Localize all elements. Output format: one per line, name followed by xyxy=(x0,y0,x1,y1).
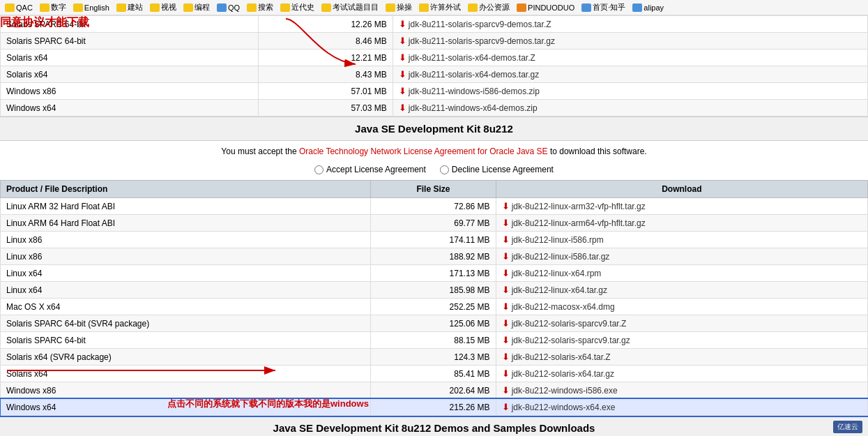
table-row[interactable]: Solaris x64 (SVR4 package) 124.3 MB ⬇jdk… xyxy=(1,349,868,366)
download-link[interactable]: ⬇ jdk-8u211-solaris-sparcv9-demos.tar.Z xyxy=(399,19,862,29)
download-link[interactable]: ⬇jdk-8u212-solaris-sparcv9.tar.gz xyxy=(502,335,862,345)
section1-radio-accept[interactable] xyxy=(314,165,323,174)
table-row[interactable]: Linux x86 174.11 MB ⬇jdk-8u212-linux-i58… xyxy=(1,232,868,248)
table-row[interactable]: Solaris x64 12.21 MB ⬇ jdk-8u211-solaris… xyxy=(1,50,868,66)
download-cell[interactable]: ⬇jdk-8u212-macosx-x64.dmg xyxy=(496,299,867,315)
section1-radio-decline[interactable] xyxy=(440,165,449,174)
file-name: jdk-8u212-solaris-x64.tar.gz xyxy=(512,369,614,379)
bookmark-biancheng[interactable]: 编程 xyxy=(181,1,212,13)
table-row[interactable]: Windows x86 57.01 MB ⬇ jdk-8u211-windows… xyxy=(1,83,868,100)
section1-license-text: You must accept the Oracle Technology Ne… xyxy=(0,141,868,162)
download-cell[interactable]: ⬇jdk-8u212-windows-i586.exe xyxy=(496,382,867,399)
page-wrapper[interactable]: Solaris SPARC 64-bit 12.26 MB ⬇ jdk-8u21… xyxy=(0,15,868,436)
bookmark-icon-english xyxy=(73,3,83,12)
download-cell[interactable]: ⬇ jdk-8u211-solaris-sparcv9-demos.tar.Z xyxy=(393,16,867,33)
bookmark-qac[interactable]: QAC xyxy=(3,3,35,13)
download-link[interactable]: ⬇jdk-8u212-macosx-x64.dmg xyxy=(502,301,862,312)
download-cell[interactable]: ⬇ jdk-8u211-solaris-x64-demos.tar.Z xyxy=(393,50,867,66)
download-link[interactable]: ⬇ jdk-8u211-solaris-x64-demos.tar.Z xyxy=(399,52,862,63)
table-row[interactable]: Solaris x64 85.41 MB ⬇jdk-8u212-solaris-… xyxy=(1,366,868,382)
table-row[interactable]: Solaris SPARC 64-bit 12.26 MB ⬇ jdk-8u21… xyxy=(1,16,868,33)
file-name: jdk-8u212-linux-i586.tar.gz xyxy=(512,252,610,262)
platform-cell: Windows x64 xyxy=(1,100,259,116)
bookmark-office[interactable]: 办公资源 xyxy=(466,1,512,13)
table-row[interactable]: Linux ARM 64 Hard Float ABI 69.77 MB ⬇jd… xyxy=(1,215,868,232)
bookmark-search[interactable]: 搜索 xyxy=(245,1,275,13)
download-link[interactable]: ⬇ jdk-8u211-solaris-x64-demos.tar.gz xyxy=(399,69,862,80)
download-link[interactable]: ⬇jdk-8u212-solaris-sparcv9.tar.Z xyxy=(502,318,862,329)
download-link[interactable]: ⬇jdk-8u212-windows-x64.exe xyxy=(502,402,862,412)
download-link[interactable]: ⬇jdk-8u212-linux-x64.rpm xyxy=(502,268,862,278)
download-icon: ⬇ xyxy=(502,301,510,312)
table-row[interactable]: Solaris SPARC 64-bit 8.46 MB ⬇ jdk-8u211… xyxy=(1,33,868,50)
download-cell[interactable]: ⬇ jdk-8u211-windows-i586-demos.zip xyxy=(393,83,867,100)
download-link[interactable]: ⬇jdk-8u212-linux-arm64-vfp-hflt.tar.gz xyxy=(502,218,862,228)
download-link[interactable]: ⬇ jdk-8u211-windows-i586-demos.zip xyxy=(399,86,862,96)
download-link[interactable]: ⬇jdk-8u212-linux-arm32-vfp-hflt.tar.gz xyxy=(502,201,862,211)
download-cell[interactable]: ⬇jdk-8u212-linux-i586.rpm xyxy=(496,232,867,248)
download-link[interactable]: ⬇jdk-8u212-linux-x64.tar.gz xyxy=(502,285,862,295)
download-icon: ⬇ xyxy=(502,268,510,278)
download-cell[interactable]: ⬇jdk-8u212-solaris-sparcv9.tar.gz xyxy=(496,332,867,349)
platform-cell: Linux x86 xyxy=(1,248,371,265)
download-cell[interactable]: ⬇ jdk-8u211-windows-x64-demos.zip xyxy=(393,100,867,116)
table-row[interactable]: Solaris SPARC 64-bit (SVR4 package) 125.… xyxy=(1,315,868,332)
file-name: jdk-8u212-linux-arm64-vfp-hflt.tar.gz xyxy=(512,218,646,228)
file-name: jdk-8u211-solaris-x64-demos.tar.Z xyxy=(409,53,535,63)
table-row[interactable]: Linux x64 185.98 MB ⬇jdk-8u212-linux-x64… xyxy=(1,282,868,299)
table-row-highlighted[interactable]: Windows x64 215.26 MB ⬇jdk-8u212-windows… xyxy=(1,399,868,416)
download-icon: ⬇ xyxy=(502,335,510,345)
bookmark-alipay[interactable]: alipay xyxy=(630,3,666,13)
bookmark-shishi[interactable]: 视视 xyxy=(148,1,178,13)
download-link[interactable]: ⬇jdk-8u212-linux-i586.tar.gz xyxy=(502,251,862,262)
bookmark-icon-exam xyxy=(321,3,331,12)
table-row[interactable]: Mac OS X x64 252.25 MB ⬇jdk-8u212-macosx… xyxy=(1,299,868,315)
download-cell[interactable]: ⬇jdk-8u212-solaris-sparcv9.tar.Z xyxy=(496,315,867,332)
download-cell[interactable]: ⬇jdk-8u212-windows-x64.exe xyxy=(496,399,867,416)
download-cell[interactable]: ⬇jdk-8u212-linux-arm32-vfp-hflt.tar.gz xyxy=(496,198,867,215)
file-name: jdk-8u212-windows-i586.exe xyxy=(512,386,618,396)
section1-radio-accept-label[interactable]: Accept License Agreement xyxy=(314,165,426,174)
table-row[interactable]: Linux ARM 32 Hard Float ABI 72.86 MB ⬇jd… xyxy=(1,198,868,215)
download-cell[interactable]: ⬇ jdk-8u211-solaris-sparcv9-demos.tar.gz xyxy=(393,33,867,50)
download-cell[interactable]: ⬇jdk-8u212-solaris-x64.tar.gz xyxy=(496,366,867,382)
download-link[interactable]: ⬇jdk-8u212-solaris-x64.tar.Z xyxy=(502,352,862,362)
file-name: jdk-8u212-solaris-x64.tar.Z xyxy=(512,352,611,362)
bookmark-zhihu[interactable]: 首页·知乎 xyxy=(579,1,627,13)
file-name: jdk-8u211-solaris-sparcv9-demos.tar.Z xyxy=(409,20,551,29)
download-link[interactable]: ⬇jdk-8u212-windows-i586.exe xyxy=(502,385,862,396)
table-row[interactable]: Windows x86 202.64 MB ⬇jdk-8u212-windows… xyxy=(1,382,868,399)
size-cell: 57.03 MB xyxy=(258,100,393,116)
download-cell[interactable]: ⬇jdk-8u212-solaris-x64.tar.Z xyxy=(496,349,867,366)
download-cell[interactable]: ⬇jdk-8u212-linux-x64.rpm xyxy=(496,265,867,282)
bookmark-english[interactable]: English xyxy=(71,3,112,13)
bookmark-digit[interactable]: 数字 xyxy=(38,1,68,13)
bookmark-pinduoduo[interactable]: PINDUODUO xyxy=(515,3,577,13)
size-cell: 12.26 MB xyxy=(258,16,393,33)
bookmark-icon-comptest xyxy=(419,3,429,12)
bookmark-qq[interactable]: QQ xyxy=(215,3,242,13)
download-link[interactable]: ⬇ jdk-8u211-solaris-sparcv9-demos.tar.gz xyxy=(399,36,862,46)
bookmark-caocao[interactable]: 操操 xyxy=(383,1,414,13)
download-cell[interactable]: ⬇jdk-8u212-linux-arm64-vfp-hflt.tar.gz xyxy=(496,215,867,232)
download-link[interactable]: ⬇ jdk-8u211-windows-x64-demos.zip xyxy=(399,103,862,113)
platform-cell: Linux ARM 64 Hard Float ABI xyxy=(1,215,371,232)
download-cell[interactable]: ⬇jdk-8u212-linux-i586.tar.gz xyxy=(496,248,867,265)
section1-radio-decline-label[interactable]: Decline License Agreement xyxy=(440,165,554,174)
bookmark-jianzhan[interactable]: 建站 xyxy=(114,1,145,13)
table-row[interactable]: Linux x86 188.92 MB ⬇jdk-8u212-linux-i58… xyxy=(1,248,868,265)
bookmark-history[interactable]: 近代史 xyxy=(278,1,317,13)
download-cell[interactable]: ⬇ jdk-8u211-solaris-x64-demos.tar.gz xyxy=(393,66,867,83)
section1-license-link[interactable]: Oracle Technology Network License Agreem… xyxy=(299,146,548,156)
table-row[interactable]: Linux x64 171.13 MB ⬇jdk-8u212-linux-x64… xyxy=(1,265,868,282)
table-row[interactable]: Solaris x64 8.43 MB ⬇ jdk-8u211-solaris-… xyxy=(1,66,868,83)
download-link[interactable]: ⬇jdk-8u212-linux-i586.rpm xyxy=(502,234,862,245)
bookmark-comptest[interactable]: 许算外试 xyxy=(417,1,463,13)
download-link[interactable]: ⬇jdk-8u212-solaris-x64.tar.gz xyxy=(502,368,862,379)
bookmark-exam[interactable]: 考试试题目目 xyxy=(319,1,381,13)
top-table-wrap: Solaris SPARC 64-bit 12.26 MB ⬇ jdk-8u21… xyxy=(0,15,868,116)
download-cell[interactable]: ⬇jdk-8u212-linux-x64.tar.gz xyxy=(496,282,867,299)
platform-cell: Mac OS X x64 xyxy=(1,299,371,315)
table-row[interactable]: Windows x64 57.03 MB ⬇ jdk-8u211-windows… xyxy=(1,100,868,116)
table-row[interactable]: Solaris SPARC 64-bit 88.15 MB ⬇jdk-8u212… xyxy=(1,332,868,349)
